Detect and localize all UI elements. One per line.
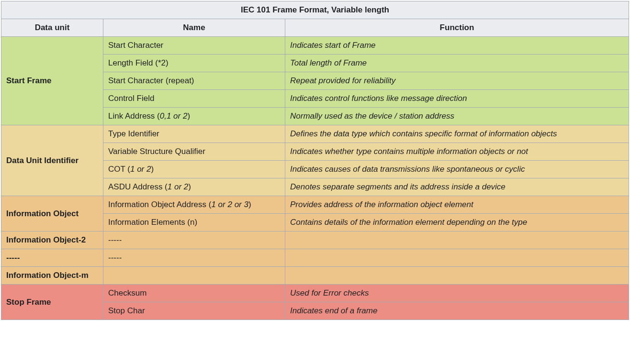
function-cell: Denotes separate segments and its addres… [285,178,629,196]
function-cell: Repeat provided for reliability [285,72,629,90]
table-row: Stop Frame Checksum Used for Error check… [1,285,629,302]
name-text: Information Elements (n) [108,218,197,227]
name-text: ----- [108,235,122,244]
frame-format-table: IEC 101 Frame Format, Variable length Da… [1,1,629,320]
col-header-data-unit: Data unit [1,19,103,37]
function-cell: Defines the data type which contains spe… [285,125,629,143]
function-cell: Normally used as the device / station ad… [285,108,629,125]
name-cell: ----- [103,232,285,249]
table-row: Information Object Information Object Ad… [1,196,629,214]
function-cell: Indicates whether type contains multiple… [285,143,629,161]
table-row: Data Unit Identifier Type Identifier Def… [1,125,629,143]
function-cell: Used for Error checks [285,285,629,302]
col-header-name: Name [103,19,285,37]
name-cell: Information Object Address (1 or 2 or 3) [103,196,285,214]
col-header-function: Function [285,19,629,37]
name-cell: COT (1 or 2) [103,161,285,178]
table-row: ----- ----- [1,249,629,267]
function-cell: Contains details of the information elem… [285,214,629,232]
table-row: Information Object-m [1,267,629,285]
name-cell: Variable Structure Qualifier [103,143,285,161]
data-unit-cell: Information Object [1,196,103,232]
name-detail: 1 or 2 or 3 [211,200,248,209]
name-cell: Start Character (repeat) [103,72,285,90]
function-cell: Indicates control functions like message… [285,90,629,108]
function-cell [285,267,629,285]
data-unit-cell: ----- [1,249,103,267]
name-text: Type Identifier [108,129,159,138]
name-text: Link Address ( [108,111,160,121]
function-cell: Provides address of the information obje… [285,196,629,214]
name-cell: Stop Char [103,302,285,320]
name-detail: 0,1 or 2 [160,111,188,121]
name-text: Checksum [108,288,146,298]
function-cell [285,249,629,267]
name-text: Information Object Address ( [108,200,211,209]
data-unit-cell: Data Unit Identifier [1,125,103,196]
function-cell: Indicates causes of data transmissions l… [285,161,629,178]
data-unit-cell: Stop Frame [1,285,103,320]
data-unit-cell: Information Object-2 [1,232,103,249]
name-text: COT ( [108,165,130,174]
name-detail: 1 or 2 [130,165,151,174]
name-cell [103,267,285,285]
name-text: Control Field [108,94,154,103]
name-cell: Type Identifier [103,125,285,143]
table-caption: IEC 101 Frame Format, Variable length [1,1,629,19]
function-cell: Indicates end of a frame [285,302,629,320]
table-row: Start Frame Start Character Indicates st… [1,37,629,55]
data-unit-cell: Information Object-m [1,267,103,285]
name-cell: Checksum [103,285,285,302]
table-header-row: Data unit Name Function [1,19,629,37]
function-cell: Total length of Frame [285,55,629,72]
name-text: Length Field (*2) [108,58,169,67]
name-cell: Control Field [103,90,285,108]
name-detail: 1 or 2 [168,182,188,191]
name-text: Stop Char [108,306,145,315]
name-text: Start Character (repeat) [108,76,194,85]
name-text: Start Character [108,41,163,50]
name-cell: Link Address (0,1 or 2) [103,108,285,125]
name-cell: Information Elements (n) [103,214,285,232]
name-cell: ASDU Address (1 or 2) [103,178,285,196]
name-cell: ----- [103,249,285,267]
table-row: Information Object-2 ----- [1,232,629,249]
data-unit-cell: Start Frame [1,37,103,125]
name-text: Variable Structure Qualifier [108,147,205,156]
table-body: Start Frame Start Character Indicates st… [1,37,629,320]
function-cell: Indicates start of Frame [285,37,629,55]
name-cell: Start Character [103,37,285,55]
name-text: ASDU Address ( [108,182,168,191]
function-cell [285,232,629,249]
name-cell: Length Field (*2) [103,55,285,72]
name-text: ----- [108,253,122,262]
